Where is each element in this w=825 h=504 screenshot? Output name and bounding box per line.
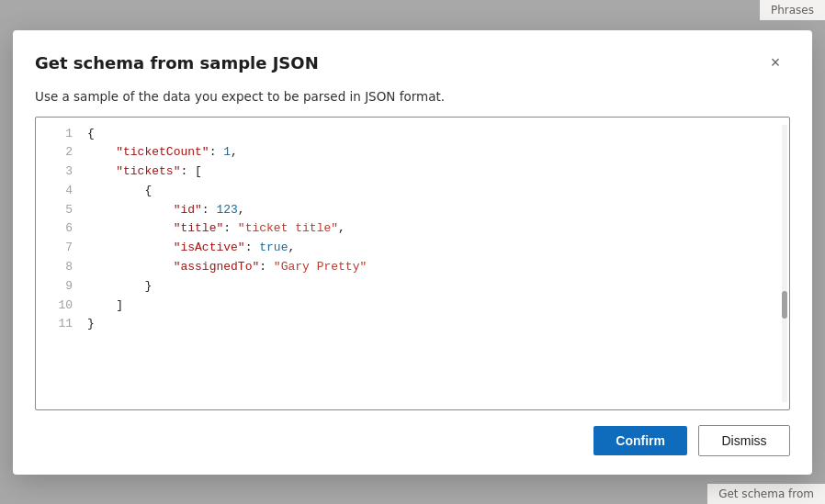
code-segment-key: "tickets" — [116, 162, 180, 182]
confirm-button[interactable]: Confirm — [593, 426, 687, 455]
code-line: 1{ — [47, 125, 778, 144]
code-editor[interactable]: 1{2 "ticketCount": 1,3 "tickets": [4 {5 … — [35, 117, 790, 410]
top-bar: Phrases — [760, 0, 825, 20]
line-number: 5 — [47, 201, 73, 220]
code-line: 7 "isActive": true, — [47, 239, 778, 258]
code-segment-indent — [87, 162, 116, 182]
line-number: 1 — [47, 125, 73, 144]
code-segment-punct: : — [209, 143, 224, 162]
code-segment-value-num: 1 — [223, 143, 231, 162]
code-line: 6 "title": "ticket title", — [47, 219, 778, 239]
code-line: 8 "assignedTo": "Gary Pretty" — [47, 258, 778, 277]
line-number: 9 — [47, 277, 73, 297]
code-segment-punct: : — [180, 162, 195, 182]
code-segment-punct: : — [223, 219, 238, 239]
code-segment-indent — [87, 258, 174, 277]
code-segment-punct: : — [245, 239, 260, 258]
code-segment-punct: } — [144, 277, 152, 297]
code-segment-value-str: "ticket title" — [238, 219, 338, 239]
line-number: 10 — [47, 297, 73, 316]
dialog-footer: Confirm Dismiss — [13, 410, 812, 475]
code-segment-indent — [87, 219, 174, 239]
dialog-subtitle: Use a sample of the data you expect to b… — [13, 89, 812, 117]
code-segment-key: "isActive" — [174, 239, 245, 258]
code-segment-indent — [87, 239, 174, 258]
code-segment-punct: { — [87, 125, 95, 144]
code-segment-punct: , — [238, 201, 245, 220]
dialog-title: Get schema from sample JSON — [35, 53, 319, 73]
code-segment-punct: , — [231, 143, 238, 162]
code-line: 9 } — [47, 277, 778, 297]
bottom-bar: Get schema from — [707, 484, 825, 504]
top-bar-text: Phrases — [771, 4, 814, 17]
code-line: 11} — [47, 315, 778, 334]
scrollbar-thumb[interactable] — [782, 291, 787, 319]
code-segment-key: "assignedTo" — [174, 258, 260, 277]
line-number: 11 — [47, 315, 73, 334]
code-segment-punct: : — [259, 258, 274, 277]
dismiss-button[interactable]: Dismiss — [698, 425, 790, 456]
code-segment-value-bool: true — [259, 239, 288, 258]
code-line: 5 "id": 123, — [47, 201, 778, 220]
code-segment-indent — [87, 201, 174, 220]
code-segment-value-num: 123 — [216, 201, 237, 220]
line-number: 8 — [47, 258, 73, 277]
code-segment-indent — [87, 143, 116, 162]
code-line: 4 { — [47, 182, 778, 201]
code-content: 1{2 "ticketCount": 1,3 "tickets": [4 {5 … — [36, 125, 789, 335]
line-number: 7 — [47, 239, 73, 258]
code-segment-punct: { — [144, 182, 152, 201]
code-segment-punct: , — [338, 219, 345, 239]
code-segment-key: "ticketCount" — [116, 143, 209, 162]
code-segment-indent — [87, 277, 144, 297]
code-line: 3 "tickets": [ — [47, 162, 778, 182]
code-segment-punct: } — [87, 315, 95, 334]
line-number: 3 — [47, 162, 73, 182]
close-button[interactable]: × — [761, 49, 790, 78]
line-number: 4 — [47, 182, 73, 201]
bottom-bar-text: Get schema from — [718, 487, 814, 500]
dialog-header: Get schema from sample JSON × — [13, 30, 812, 89]
code-line: 10 ] — [47, 297, 778, 316]
code-segment-punct: : — [202, 201, 217, 220]
code-segment-indent — [87, 182, 144, 201]
line-number: 2 — [47, 143, 73, 162]
scrollbar-track — [782, 125, 787, 402]
code-segment-key: "title" — [174, 219, 224, 239]
dialog: Get schema from sample JSON × Use a samp… — [13, 30, 812, 475]
code-segment-punct: ] — [116, 297, 123, 316]
line-number: 6 — [47, 219, 73, 239]
code-line: 2 "ticketCount": 1, — [47, 143, 778, 162]
code-segment-value-str: "Gary Pretty" — [274, 258, 367, 277]
code-segment-key: "id" — [174, 201, 202, 220]
code-segment-indent — [87, 297, 116, 316]
code-segment-punct: [ — [195, 162, 202, 182]
code-segment-punct: , — [288, 239, 295, 258]
